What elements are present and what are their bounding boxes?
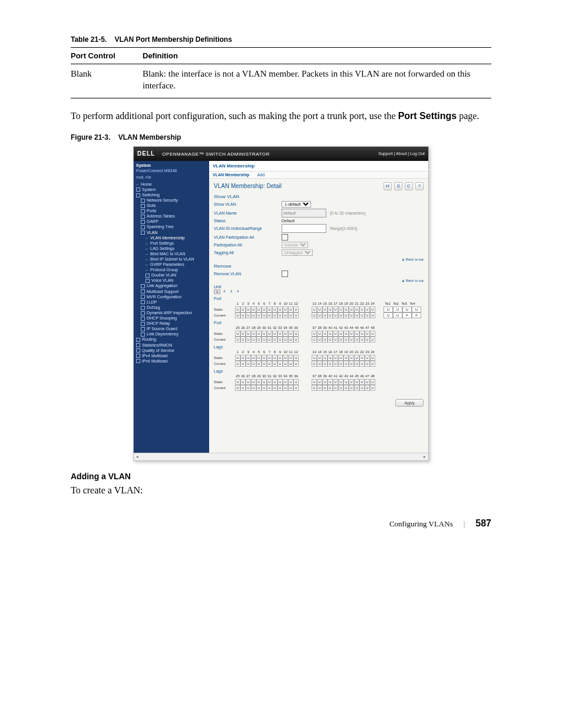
tab-add[interactable]: Add (257, 173, 265, 177)
unit-tab-4[interactable]: 4 (235, 289, 240, 294)
checkbox-remove-vlan[interactable] (282, 271, 288, 277)
page-title: VLAN Membership: Detail (214, 183, 282, 189)
lag-cells[interactable]: UUUUUUUUUUUU (312, 379, 375, 385)
nav-item-mvr-config[interactable]: MVR Configuration (136, 294, 207, 299)
lag-cells[interactable]: UUUUUUUUUUUU (312, 355, 375, 361)
lag-cells[interactable]: UUUUUUUUUUUU (312, 361, 375, 367)
print-icon[interactable]: ⎙ (394, 182, 402, 190)
nav-item-lldp[interactable]: LLDP (136, 299, 207, 305)
row-label-current: Current (214, 338, 230, 341)
nav-system-label: System (136, 163, 207, 167)
nav-item-dhcp-relay[interactable]: DHCP Relay (136, 321, 207, 326)
nav-item-lag-settings[interactable]: LAG Settings (136, 246, 207, 251)
row-participation-all-flag: VLAN Participation All (214, 233, 424, 241)
te-cells[interactable]: UUUU (384, 307, 421, 312)
nav-item-voice-vlan[interactable]: Voice VLAN (136, 278, 207, 283)
nav-item-system[interactable]: System (136, 187, 207, 192)
lag-cells[interactable]: UUUUUUUUUUUU (235, 355, 299, 361)
nav-item-vlan-membership[interactable]: VLAN Membership (136, 235, 207, 241)
nav-item-routing[interactable]: Routing (136, 337, 207, 342)
checkbox-participation-all[interactable] (282, 234, 288, 241)
help-icon[interactable]: ? (415, 182, 424, 190)
nav-item-link-aggregation[interactable]: Link Aggregation (136, 283, 207, 288)
nav-item-protocol-group[interactable]: Protocol Group (136, 267, 207, 272)
apply-button[interactable]: Apply (395, 399, 424, 407)
body-text-post: page. (457, 111, 479, 121)
nav-item-link-dependency[interactable]: Link Dependency (136, 331, 207, 337)
app-body: System PowerConnect M8348 root, r/w Home… (134, 161, 428, 453)
scroll-left-icon[interactable]: ◂ (136, 454, 138, 459)
nav-item-dot1ag[interactable]: Dot1ag (136, 305, 207, 310)
port-cells[interactable]: UUUUUUUUUUUU (235, 312, 299, 318)
port-cells[interactable]: UUUUUUUUUUUU (312, 312, 375, 318)
unit-tab-1[interactable]: 1 (214, 289, 220, 294)
unit-label: Unit (214, 285, 424, 289)
nav-item-qos[interactable]: Quality of Service (136, 348, 207, 353)
hint-vlan-name: (0 to 32 characters) (330, 211, 366, 215)
port-cells[interactable]: UUUUUUUUUUUU (235, 307, 299, 312)
lag-cells[interactable]: UUUUUUUUUUUU (235, 385, 299, 391)
nav-item-statistics[interactable]: Statistics/RMON (136, 342, 207, 348)
nav-item-bind-ip[interactable]: Bind IP Subnet to VLAN (136, 256, 207, 262)
nav-item-dhcp-snooping[interactable]: DHCP Snooping (136, 315, 207, 321)
te-block: Te1Te2Te3Te4 (384, 301, 416, 307)
lag-row-current-1: Current UUUUUUUUUUUU UUUUUUUUUUUU (214, 361, 424, 367)
scrollbar[interactable]: ◂ ▸ (134, 453, 428, 460)
port-cells[interactable]: UUUUUUUUUUUU (235, 331, 299, 337)
nav-item-network-security[interactable]: Network Security (136, 197, 207, 203)
input-vlan-id[interactable] (282, 224, 326, 233)
nav-item-ip-source-guard[interactable]: IP Source Guard (136, 326, 207, 331)
row-tagging-all: Tagging All Untagged (214, 249, 424, 256)
port-header-row-2: 252627282930313233343536 373839404142434… (214, 325, 424, 331)
nav-item-double-vlan[interactable]: Double VLAN (136, 272, 207, 278)
document-page: Table 21-5. VLAN Port Membership Definit… (0, 0, 562, 552)
lag-cells[interactable]: UUUUUUUUUUUU (235, 361, 299, 367)
port-cells[interactable]: UUUUUUUUUUUU (312, 337, 375, 342)
label-tagging-all: Tagging All (214, 251, 282, 255)
tab-detail[interactable]: VLAN Membership (213, 173, 249, 177)
unit-tab-2[interactable]: 2 (222, 289, 227, 294)
figure-caption-title: VLAN Membership (118, 133, 181, 141)
te-cells[interactable]: UUFF (384, 312, 421, 318)
select-show-vlan[interactable]: 1-default (282, 201, 311, 207)
nav-item-port-settings[interactable]: Port Settings (136, 241, 207, 246)
definitions-table: Port Control Definition Blank Blank: the… (71, 47, 491, 98)
nav-item-slots[interactable]: Slots (136, 203, 207, 208)
back-to-top-link-2[interactable]: ▲ Back to top (214, 279, 424, 282)
footer-page-number: 587 (475, 518, 491, 529)
header-links[interactable]: Support | About | Log Out (378, 151, 425, 156)
row-label-current: Current (214, 386, 230, 390)
refresh-icon[interactable]: C (405, 182, 413, 190)
port-cells[interactable]: UUUUUUUUUUUU (235, 337, 299, 342)
port-numbers-b: 131415161718192021222324 (312, 301, 375, 307)
row-label-current: Current (214, 314, 230, 317)
port-numbers-a: 123456789101112 (235, 301, 299, 307)
nav-item-ipv6-multicast[interactable]: IPv6 Multicast (136, 358, 207, 364)
nav-item-address-tables[interactable]: Address Tables (136, 213, 207, 219)
lag-header-row-2: 252627282930313233343536 373839404142434… (214, 374, 424, 379)
table-caption-number: Table 21-5. (71, 35, 107, 44)
nav-item-spanning-tree[interactable]: Spanning Tree (136, 224, 207, 229)
lag-cells[interactable]: UUUUUUUUUUUU (312, 385, 375, 391)
nav-item-ipv4-multicast[interactable]: IPv4 Multicast (136, 353, 207, 358)
nav-item-dynamic-arp[interactable]: Dynamic ARP Inspection (136, 310, 207, 315)
section-show-vlan: Show VLAN (214, 194, 424, 199)
nav-item-vlan[interactable]: VLAN (136, 230, 207, 235)
nav-item-home[interactable]: Home (136, 182, 207, 187)
nav-item-gvrp-params[interactable]: GVRP Parameters (136, 262, 207, 267)
scroll-right-icon[interactable]: ▸ (424, 454, 426, 459)
table-caption: Table 21-5. VLAN Port Membership Definit… (71, 35, 491, 44)
nav-item-ports[interactable]: Ports (136, 208, 207, 213)
nav-item-bind-mac[interactable]: Bind MAC to VLAN (136, 251, 207, 256)
lag-cells[interactable]: UUUUUUUUUUUU (235, 379, 299, 385)
port-cells[interactable]: UUUUUUUUUUUU (312, 307, 375, 312)
nav-tree[interactable]: System PowerConnect M8348 root, r/w Home… (134, 161, 209, 453)
back-to-top-link[interactable]: ▲ Back to top (214, 258, 424, 261)
nav-item-garp[interactable]: GARP (136, 219, 207, 224)
nav-item-multicast-support[interactable]: Multicast Support (136, 289, 207, 294)
port-cells[interactable]: UUUUUUUUUUUU (312, 331, 375, 337)
save-icon[interactable]: H (384, 182, 392, 190)
unit-tab-3[interactable]: 3 (229, 289, 234, 294)
content-area: VLAN Membership: Detail H ⎙ C ? Show VLA… (209, 179, 428, 396)
nav-item-switching[interactable]: Switching (136, 192, 207, 197)
